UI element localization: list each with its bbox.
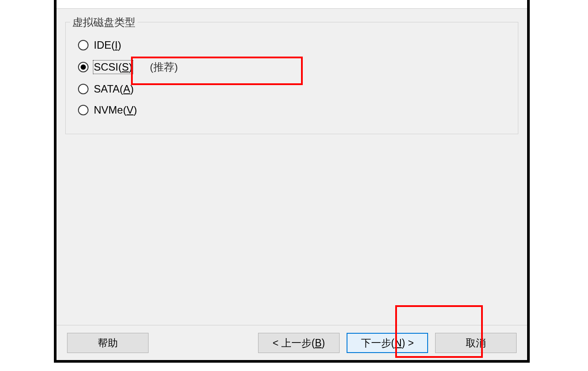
content-area: 虚拟磁盘类型 IDE(I) SCSI(S) (推荐) SATA(A) NVMe(… <box>57 9 527 325</box>
radio-icon <box>78 62 89 72</box>
radio-sata-label: SATA(A) <box>94 83 134 95</box>
help-button[interactable]: 帮助 <box>67 333 149 353</box>
radio-scsi[interactable]: SCSI(S) (推荐) <box>75 56 508 78</box>
radio-ide[interactable]: IDE(I) <box>75 35 508 56</box>
cancel-button[interactable]: 取消 <box>435 333 517 353</box>
radio-ide-label: IDE(I) <box>94 39 121 51</box>
radio-nvme[interactable]: NVMe(V) <box>75 100 508 121</box>
radio-sata[interactable]: SATA(A) <box>75 78 508 100</box>
header-strip <box>57 0 527 9</box>
next-button[interactable]: 下一步(N) > <box>347 333 428 353</box>
radio-nvme-label: NVMe(V) <box>94 104 137 116</box>
radio-icon <box>78 40 89 50</box>
recommended-label: (推荐) <box>150 60 178 74</box>
radio-scsi-label: SCSI(S) <box>94 61 132 73</box>
back-button[interactable]: < 上一步(B) <box>258 333 340 353</box>
wizard-dialog: 虚拟磁盘类型 IDE(I) SCSI(S) (推荐) SATA(A) NVMe(… <box>54 0 530 363</box>
disk-type-groupbox: 虚拟磁盘类型 IDE(I) SCSI(S) (推荐) SATA(A) NVMe(… <box>65 22 518 134</box>
groupbox-title: 虚拟磁盘类型 <box>70 15 138 29</box>
radio-icon <box>78 84 89 94</box>
button-bar: 帮助 < 上一步(B) 下一步(N) > 取消 <box>57 325 527 360</box>
radio-icon <box>78 105 89 115</box>
